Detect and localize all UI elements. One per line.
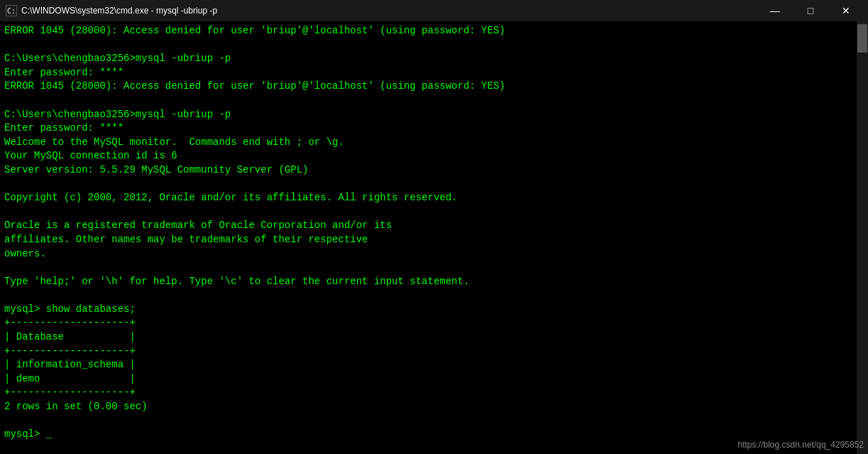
cmd-icon: C: [6,5,17,16]
watermark: https://blog.csdn.net/qq_4295852 [738,440,864,450]
scrollbar-thumb[interactable] [857,24,867,53]
close-button[interactable]: ✕ [830,0,862,21]
title-bar-text: C:\WINDOWS\system32\cmd.exe - mysql -ubr… [21,6,217,16]
title-bar-controls: — □ ✕ [759,0,862,21]
svg-text:C:: C: [7,7,16,15]
minimize-button[interactable]: — [759,0,791,21]
maximize-button[interactable]: □ [794,0,827,21]
window: C: C:\WINDOWS\system32\cmd.exe - mysql -… [0,0,868,454]
terminal-output: ERROR 1045 (28000): Access denied for us… [0,21,857,454]
title-bar: C: C:\WINDOWS\system32\cmd.exe - mysql -… [0,0,868,21]
title-bar-left: C: C:\WINDOWS\system32\cmd.exe - mysql -… [6,5,217,16]
scrollbar-container: ERROR 1045 (28000): Access denied for us… [0,21,868,454]
scrollbar[interactable] [857,21,868,454]
